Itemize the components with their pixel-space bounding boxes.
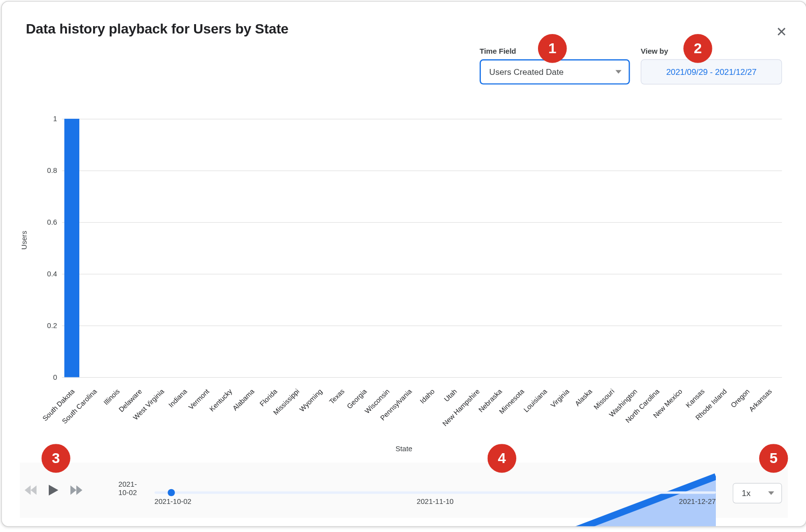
bar-cell (377, 119, 400, 377)
bar-cell (714, 119, 737, 377)
bar-cell (197, 119, 220, 377)
bar-cell (489, 119, 512, 377)
annotation-2: 2 (683, 34, 712, 63)
dialog-window: Data history playback for Users by State… (1, 1, 806, 527)
bar-cell (174, 119, 197, 377)
bar-cell (354, 119, 377, 377)
bar-cell (670, 119, 692, 377)
x-axis-label: State (396, 444, 412, 453)
timeline-handle[interactable] (168, 489, 175, 497)
playback-panel: 2021- 10-02 2021-10-02 2021-11-10 2021-1… (20, 463, 788, 518)
chart-bars (62, 119, 782, 377)
fast-forward-button[interactable] (69, 483, 83, 497)
bar-cell (602, 119, 625, 377)
time-field-select[interactable]: Users Created Date (480, 59, 630, 84)
timeline-tick-start: 2021-10-02 (155, 498, 192, 506)
bar[interactable] (64, 119, 79, 377)
y-tick: 0.8 (40, 166, 57, 175)
timeline-track (155, 492, 716, 494)
bar-cell (467, 119, 490, 377)
x-tick-cell: Alabama (242, 380, 265, 434)
rewind-icon (25, 485, 36, 495)
bar-cell (84, 119, 107, 377)
bar-cell (512, 119, 535, 377)
bar-cell (422, 119, 444, 377)
fast-forward-icon (70, 485, 82, 495)
playback-current-date: 2021- 10-02 (118, 481, 136, 498)
controls-row: Time Field Users Created Date View by 20… (480, 47, 782, 85)
rewind-button[interactable] (24, 483, 38, 497)
y-tick: 0 (40, 373, 57, 381)
bar-cell (265, 119, 287, 377)
bar-cell (242, 119, 265, 377)
y-tick: 0.2 (40, 321, 57, 330)
playback-controls (24, 483, 84, 497)
play-icon (49, 485, 59, 496)
annotation-3: 3 (41, 444, 70, 473)
bar-cell (760, 119, 782, 377)
playback-date-line1: 2021- (118, 480, 136, 488)
x-tick-cell: Arkansas (760, 380, 782, 434)
bar-cell (625, 119, 647, 377)
y-tick: 1 (40, 115, 57, 123)
x-tick-cell: South Carolina (84, 380, 107, 434)
bar-cell (309, 119, 332, 377)
bar-cell (400, 119, 422, 377)
time-field-value: Users Created Date (489, 67, 564, 77)
x-tick-cell: Wyoming (309, 380, 332, 434)
y-tick: 0.6 (40, 218, 57, 226)
speed-value: 1x (741, 488, 750, 498)
bar-cell (332, 119, 355, 377)
bar-cell (692, 119, 715, 377)
timeline-ticks: 2021-10-02 2021-11-10 2021-12-27 (155, 498, 716, 506)
bar-cell (62, 119, 85, 377)
timeline-tick-end: 2021-12-27 (679, 498, 716, 506)
x-tick-cell: Idaho (422, 380, 444, 434)
bar-cell (444, 119, 467, 377)
dialog-title: Data history playback for Users by State (26, 21, 782, 37)
bar-cell (737, 119, 760, 377)
bar-cell (557, 119, 579, 377)
bar-cell (287, 119, 309, 377)
chart-x-ticks: South DakotaSouth CarolinaIllinoisDelawa… (62, 380, 782, 434)
y-tick: 0.4 (40, 269, 57, 278)
timeline-tick-mid: 2021-11-10 (417, 498, 454, 506)
annotation-4: 4 (487, 444, 516, 473)
bar-cell (579, 119, 602, 377)
speed-select[interactable]: 1x (733, 483, 782, 503)
dialog-header: Data history playback for Users by State… (2, 1, 806, 37)
x-tick-cell: Pennsylvania (400, 380, 422, 434)
chevron-down-icon (768, 492, 774, 495)
y-axis-label: Users (20, 231, 29, 249)
close-icon: ✕ (776, 25, 787, 40)
playback-date-line2: 10-02 (118, 488, 136, 497)
chart-area: Users 00.20.40.60.81 South DakotaSouth C… (26, 110, 782, 446)
annotation-1: 1 (538, 34, 567, 63)
view-by-range[interactable]: 2021/09/29 - 2021/12/27 (641, 59, 782, 84)
view-by-value: 2021/09/29 - 2021/12/27 (666, 67, 756, 77)
bar-cell (219, 119, 242, 377)
bar-cell (107, 119, 130, 377)
bar-cell (152, 119, 174, 377)
bar-cell (647, 119, 670, 377)
annotation-5: 5 (759, 444, 788, 473)
play-button[interactable] (46, 483, 61, 497)
x-tick-cell: Virginia (557, 380, 579, 434)
x-tick-label: Utah (443, 388, 458, 403)
bar-cell (130, 119, 152, 377)
chevron-down-icon (615, 70, 621, 73)
bar-cell (535, 119, 557, 377)
close-button[interactable]: ✕ (776, 26, 787, 39)
timeline[interactable]: 2021-10-02 2021-11-10 2021-12-27 (155, 471, 716, 504)
